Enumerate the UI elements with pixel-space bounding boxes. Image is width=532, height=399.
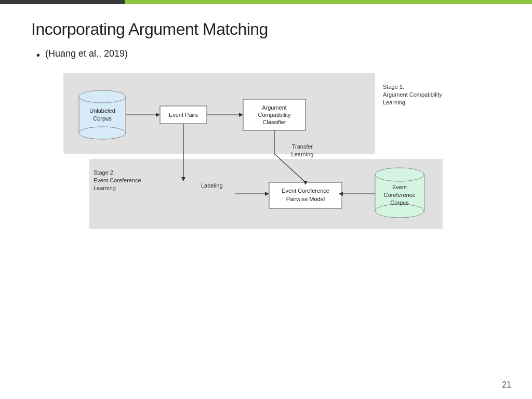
event-coref-model-label1: Event Coreference [282, 188, 329, 194]
bullet-item: • (Huang et al., 2019) [36, 48, 501, 62]
unlabeled-corpus-bottom [79, 127, 126, 139]
transfer-learning-label1: Transfer [292, 143, 313, 150]
top-bar-green [125, 0, 532, 4]
slide-title: Incorporating Argument Matching [31, 20, 501, 39]
event-coref-corpus-label3: Corpus [390, 200, 409, 206]
bullet-text: (Huang et al., 2019) [45, 48, 128, 59]
transfer-learning-label2: Learning [291, 151, 314, 157]
arg-classifier-label1: Argument [262, 104, 287, 111]
event-coref-corpus-bottom [375, 204, 424, 218]
event-pairs-label: Event Pairs [169, 112, 198, 118]
unlabeled-corpus-top-fill [79, 91, 125, 102]
top-bar-dark [0, 0, 125, 4]
top-bar [0, 0, 532, 4]
stage2-label1: Stage 2. [94, 169, 115, 176]
stage2-label3: Learning [94, 185, 116, 191]
page-number: 21 [502, 380, 511, 390]
event-coref-model-label2: Pairwise Model [286, 196, 325, 202]
stage1-label1: Stage 1. [383, 84, 404, 90]
event-coref-corpus-label2: Coreference [384, 192, 416, 198]
slide-content: Incorporating Argument Matching • (Huang… [0, 4, 532, 399]
diagram-wrapper: Unlabeled Corpus Event Pairs Argument Co… [63, 73, 469, 240]
stage1-label2: Argument Compatibility [383, 91, 442, 98]
bullet-dot: • [36, 48, 40, 62]
stage1-label3: Learning [383, 99, 405, 105]
arg-classifier-label3: Classifier [262, 119, 286, 125]
event-coref-corpus-label1: Event [392, 184, 407, 190]
arg-classifier-label2: Compatibility [258, 112, 291, 118]
labeling-label: Labeling [201, 182, 223, 189]
event-coref-model-box [269, 182, 342, 208]
event-coref-corpus-top-fill [376, 168, 423, 181]
bullet-list: • (Huang et al., 2019) [31, 48, 501, 62]
stage2-label2: Event Coreference [94, 177, 141, 183]
unlabeled-corpus-label: Unlabeled [89, 108, 115, 114]
diagram-svg: Unlabeled Corpus Event Pairs Argument Co… [63, 73, 469, 240]
unlabeled-corpus-label2: Corpus [93, 115, 112, 122]
